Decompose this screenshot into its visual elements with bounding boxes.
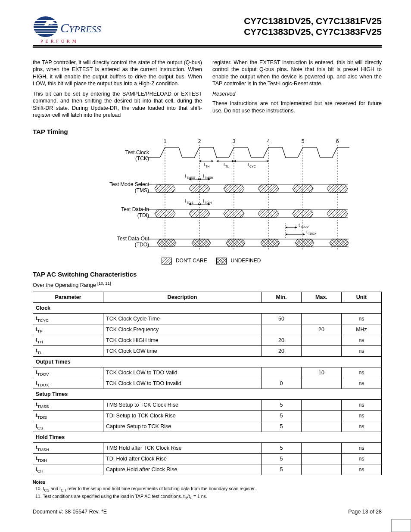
legend-cross-icon	[216, 258, 227, 264]
diagram-legend: DON'T CARE UNDEFINED	[33, 258, 382, 264]
svg-text:3: 3	[233, 139, 236, 144]
group-row: Hold Times	[33, 432, 382, 443]
logo: CCYPRESSYPRESS PERFORM	[33, 16, 106, 44]
svg-text:CYC: CYC	[249, 165, 256, 168]
svg-rect-61	[162, 258, 171, 264]
svg-rect-62	[217, 258, 226, 264]
svg-text:1: 1	[164, 139, 167, 144]
para-r2: These instructions are not implemented b…	[212, 100, 382, 114]
table-row: tTLTCK Clock LOW time20ns	[33, 346, 382, 357]
para-l1: the TAP controller, it will directly con…	[33, 59, 202, 87]
logo-tagline: PERFORM	[40, 39, 106, 44]
table-row: tTHTCK Clock HIGH time20ns	[33, 335, 382, 346]
svg-text:t: t	[306, 230, 308, 234]
table-row: tCHCapture Hold after Clock Rise5ns	[33, 464, 382, 475]
svg-text:6: 6	[336, 139, 339, 144]
svg-text:TDIH: TDIH	[205, 201, 212, 204]
col-header: Parameter	[33, 292, 103, 303]
svg-text:t: t	[203, 174, 204, 178]
notes-heading: Notes	[33, 479, 382, 485]
svg-text:t: t	[185, 199, 186, 203]
svg-text:t: t	[204, 162, 205, 167]
svg-text:TL: TL	[225, 165, 229, 168]
svg-text:Test Data-In: Test Data-In	[121, 206, 149, 212]
group-row: Output Times	[33, 357, 382, 367]
legend-hatch-icon	[162, 258, 172, 264]
svg-text:Test Mode Select: Test Mode Select	[109, 181, 149, 187]
note-10: 10. tCS and tCH refer to the setup and h…	[35, 485, 382, 493]
svg-text:t: t	[224, 162, 225, 167]
svg-text:2: 2	[198, 139, 201, 144]
left-column: the TAP controller, it will directly con…	[33, 59, 202, 122]
table-row: tTFTCK Clock Frequency20MHz	[33, 324, 382, 335]
page-header: CCYPRESSYPRESS PERFORM CY7C1381DV25, CY7…	[33, 16, 382, 44]
table-row: tTDOXTCK Clock LOW to TDO Invalid0ns	[33, 378, 382, 389]
doc-number: Document #: 38-05547 Rev. *E	[33, 509, 107, 515]
col-header: Max.	[302, 292, 342, 303]
svg-text:(TCK): (TCK)	[135, 156, 149, 162]
page-number: Page 13 of 28	[348, 509, 382, 515]
table-row: tCSCapture Setup to TCK Rise5ns	[33, 421, 382, 432]
parts-line-1: CY7C1381DV25, CY7C1381FV25	[244, 16, 382, 26]
logo-text: CCYPRESSYPRESS	[60, 21, 101, 35]
legend-hatch-label: DON'T CARE	[176, 258, 207, 264]
page-footer: Document #: 38-05547 Rev. *E Page 13 of …	[33, 509, 382, 515]
legend-cross-label: UNDEFINED	[230, 258, 261, 264]
specs-table: ParameterDescriptionMin.Max.Unit ClocktT…	[33, 292, 382, 475]
svg-text:5: 5	[302, 139, 305, 144]
logo-icon	[33, 16, 62, 38]
parts-line-2: CY7C1383DV25, CY7C1383FV25	[244, 26, 382, 37]
intro-columns: the TAP controller, it will directly con…	[33, 59, 382, 122]
svg-text:t: t	[203, 199, 204, 203]
table-row: tTDIHTDI Hold after Clock Rise5ns	[33, 454, 382, 464]
reserved-heading: Reserved	[212, 90, 382, 97]
table-row: tTMSSTMS Setup to TCK Clock Rise5ns	[33, 400, 382, 411]
section-tap-ac: TAP AC Switching Characteristics	[33, 271, 382, 278]
header-rule-thin	[33, 47, 382, 48]
group-row: Setup Times	[33, 389, 382, 400]
table-row: tTMSHTMS Hold after TCK Clock Rise5ns	[33, 443, 382, 454]
note-11: 11. Test conditions are specified using …	[35, 493, 382, 501]
col-header: Description	[103, 292, 262, 303]
svg-text:TDOV: TDOV	[300, 225, 309, 228]
svg-text:TH: TH	[206, 165, 209, 168]
right-column: register. When the EXTEST instruction is…	[212, 59, 382, 122]
corner-box	[391, 519, 411, 532]
svg-text:TDIS: TDIS	[187, 201, 193, 204]
header-rule-thick	[33, 45, 382, 47]
para-l2: This bit can be set by entering the SAMP…	[33, 90, 202, 118]
part-numbers: CY7C1381DV25, CY7C1381FV25 CY7C1383DV25,…	[244, 16, 382, 37]
svg-text:TMSH: TMSH	[205, 176, 213, 179]
col-header: Min.	[262, 292, 302, 303]
svg-text:Test Clock: Test Clock	[125, 149, 149, 156]
notes-list: 10. tCS and tCH refer to the setup and h…	[35, 485, 382, 501]
group-row: Clock	[33, 303, 382, 314]
svg-text:TMSS: TMSS	[187, 176, 195, 179]
table-row: tTDOVTCK Clock LOW to TDO Valid10ns	[33, 367, 382, 378]
table-row: tTCYCTCK Clock Cycle Time50ns	[33, 314, 382, 324]
operating-range-note: Over the Operating Range [10, 11]	[33, 281, 382, 288]
svg-text:TDOX: TDOX	[308, 232, 317, 235]
timing-diagram: 123456 Test Clock(TCK)Test Mode Select(T…	[33, 139, 382, 264]
svg-text:t: t	[248, 162, 249, 167]
svg-text:t: t	[185, 174, 186, 178]
col-header: Unit	[342, 292, 382, 303]
section-tap-timing: TAP Timing	[33, 128, 382, 135]
svg-text:t: t	[299, 223, 300, 227]
table-row: tTDISTDI Setup to TCK Clock Rise5ns	[33, 411, 382, 421]
para-r1: register. When the EXTEST instruction is…	[212, 59, 382, 87]
svg-text:4: 4	[267, 139, 270, 144]
svg-text:Test Data-Out: Test Data-Out	[117, 236, 149, 242]
